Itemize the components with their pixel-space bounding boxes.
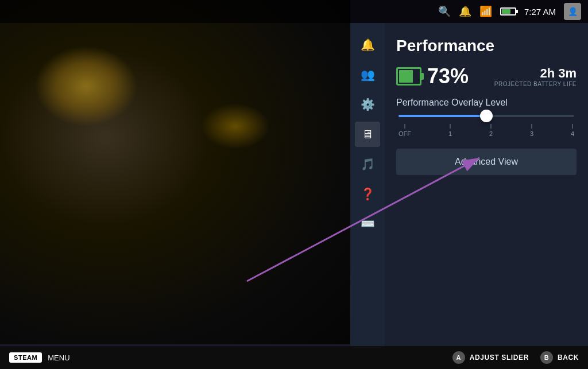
back-label: BACK: [558, 354, 579, 362]
projected-label: PROJECTED BATTERY LIFE: [494, 81, 577, 87]
battery-percent: 73%: [427, 64, 469, 88]
tick-1: 1: [448, 124, 452, 137]
tick-2: 2: [489, 124, 493, 137]
wifi-icon: 📶: [479, 5, 492, 18]
a-button: A: [452, 351, 465, 364]
tick-off: OFF: [399, 124, 411, 137]
adjust-slider-label: ADJUST SLIDER: [470, 354, 529, 362]
battery-status: [500, 7, 516, 15]
slider-container[interactable]: OFF 1 2 3 4: [396, 115, 577, 137]
slider-ticks: OFF 1 2 3 4: [399, 122, 574, 137]
slider-fill: [399, 115, 486, 117]
battery-projected: 2h 3m PROJECTED BATTERY LIFE: [494, 66, 577, 87]
tick-4: 4: [571, 124, 574, 137]
game-background: [0, 0, 350, 344]
panel-title: Performance: [396, 37, 577, 55]
performance-panel: Performance 73% 2h 3m PROJECTED BATTERY …: [385, 23, 588, 346]
slider-label: Performance Overlay Level: [396, 98, 577, 108]
back-action[interactable]: B BACK: [540, 351, 579, 364]
projected-time: 2h 3m: [494, 66, 577, 81]
battery-section: 73% 2h 3m PROJECTED BATTERY LIFE: [396, 64, 577, 88]
advanced-view-button[interactable]: Advanced View: [396, 149, 577, 175]
slider-thumb[interactable]: [480, 110, 493, 122]
bell-icon[interactable]: 🔔: [459, 5, 471, 18]
avatar[interactable]: 👤: [564, 3, 581, 20]
battery-display: 73%: [396, 64, 469, 88]
search-icon[interactable]: 🔍: [438, 5, 451, 18]
sidebar-item-media[interactable]: 🎵: [355, 152, 380, 177]
sidebar-item-help[interactable]: ❓: [355, 181, 380, 207]
sidebar-item-notifications[interactable]: 🔔: [355, 32, 380, 57]
sidebar-item-performance[interactable]: 🖥: [355, 122, 380, 147]
sidebar: 🔔 👥 ⚙️ 🖥 🎵 ❓ ⌨️: [350, 23, 385, 369]
b-button: B: [540, 351, 553, 364]
bottom-bar: STEAM MENU A ADJUST SLIDER B BACK: [0, 346, 588, 369]
large-battery-icon: [396, 67, 421, 86]
tick-3: 3: [530, 124, 533, 137]
sidebar-item-settings[interactable]: ⚙️: [355, 92, 380, 117]
sidebar-item-friends[interactable]: 👥: [355, 62, 380, 87]
status-bar: 🔍 🔔 📶 7:27 AM 👤: [0, 0, 588, 23]
steam-button[interactable]: STEAM: [9, 352, 42, 363]
slider-section: Performance Overlay Level OFF 1 2: [396, 98, 577, 137]
menu-label: MENU: [48, 354, 69, 362]
clock: 7:27 AM: [524, 7, 556, 17]
slider-track: [399, 115, 574, 117]
bottom-actions: A ADJUST SLIDER B BACK: [452, 351, 579, 364]
sidebar-item-keyboard[interactable]: ⌨️: [355, 211, 380, 236]
adjust-slider-action[interactable]: A ADJUST SLIDER: [452, 351, 529, 364]
